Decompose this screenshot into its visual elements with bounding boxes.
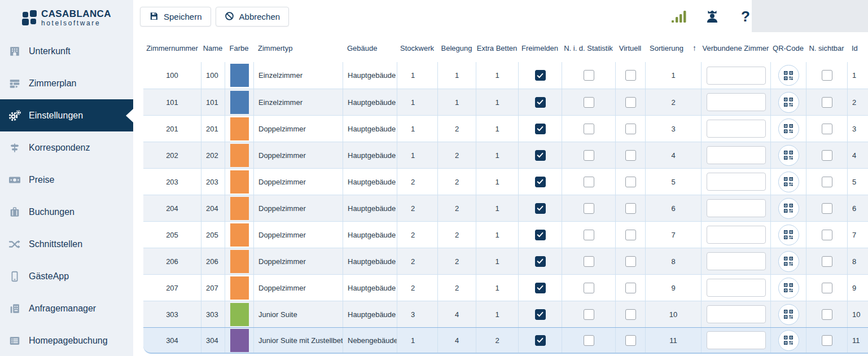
virtuell-checkbox[interactable] (625, 124, 636, 134)
verbundene-zimmer-input[interactable] (707, 146, 766, 164)
sidebar-item-anfragemanager[interactable]: Anfragemanager (0, 292, 133, 324)
n-i-d-statistik-checkbox[interactable] (584, 150, 594, 161)
freimelden-checkbox[interactable] (535, 70, 546, 81)
n-i-d-statistik-checkbox[interactable] (584, 256, 594, 267)
verbundene-zimmer-input[interactable] (707, 279, 766, 297)
virtuell-checkbox[interactable] (625, 283, 636, 293)
freimelden-checkbox[interactable] (535, 309, 546, 320)
n-sichtbar-checkbox[interactable] (822, 124, 832, 134)
column-header-name[interactable]: Name (201, 44, 225, 52)
column-header-gebaeude[interactable]: Gebäude (343, 44, 397, 52)
column-header-freimelden[interactable]: Freimelden (518, 44, 562, 52)
n-sichtbar-checkbox[interactable] (822, 309, 832, 320)
freimelden-checkbox[interactable] (535, 335, 546, 346)
column-header-qr-code[interactable]: QR-Code (770, 44, 806, 52)
stats-icon[interactable] (670, 8, 687, 25)
column-header-extra-betten[interactable]: Extra Betten (476, 44, 518, 52)
color-swatch[interactable] (230, 329, 249, 352)
verbundene-zimmer-input[interactable] (707, 173, 766, 191)
n-i-d-statistik-checkbox[interactable] (584, 335, 594, 346)
column-header-virtuell[interactable]: Virtuell (615, 44, 645, 52)
n-sichtbar-checkbox[interactable] (822, 256, 832, 267)
verbundene-zimmer-input[interactable] (707, 199, 766, 217)
column-header-stockwerk[interactable]: Stockwerk (397, 44, 437, 52)
color-swatch[interactable] (230, 276, 249, 300)
column-header-belegung[interactable]: Belegung (437, 44, 476, 52)
qr-code-button[interactable] (778, 304, 799, 325)
freimelden-checkbox[interactable] (535, 97, 546, 108)
freimelden-checkbox[interactable] (535, 283, 546, 293)
n-i-d-statistik-checkbox[interactable] (584, 230, 594, 240)
n-i-d-statistik-checkbox[interactable] (584, 177, 594, 187)
color-swatch[interactable] (230, 197, 249, 220)
verbundene-zimmer-input[interactable] (707, 252, 766, 270)
virtuell-checkbox[interactable] (625, 335, 636, 346)
virtuell-checkbox[interactable] (625, 309, 636, 320)
column-header-sortierung[interactable]: Sortierung↑ (645, 43, 701, 52)
freimelden-checkbox[interactable] (535, 203, 546, 214)
color-swatch[interactable] (230, 91, 249, 114)
virtuell-checkbox[interactable] (625, 256, 636, 267)
help-icon[interactable]: ? (737, 8, 754, 25)
cancel-button[interactable]: Abbrechen (216, 7, 290, 27)
column-header-zimmernummer[interactable]: Zimmernummer (143, 44, 201, 52)
verbundene-zimmer-input[interactable] (707, 67, 766, 85)
column-header-id[interactable]: Id (847, 44, 868, 52)
sidebar-item-korrespondenz[interactable]: Korrespondenz (0, 131, 133, 164)
freimelden-checkbox[interactable] (535, 150, 546, 161)
color-swatch[interactable] (230, 170, 249, 194)
verbundene-zimmer-input[interactable] (707, 93, 766, 111)
save-button[interactable]: Speichern (140, 7, 211, 27)
virtuell-checkbox[interactable] (625, 177, 636, 187)
color-swatch[interactable] (230, 223, 249, 247)
verbundene-zimmer-input[interactable] (707, 226, 766, 244)
n-sichtbar-checkbox[interactable] (822, 283, 832, 293)
n-i-d-statistik-checkbox[interactable] (584, 124, 594, 134)
qr-code-button[interactable] (778, 172, 799, 192)
freimelden-checkbox[interactable] (535, 230, 546, 240)
sidebar-item-zimmerplan[interactable]: Zimmerplan (0, 67, 133, 99)
sidebar-item-schnittstellen[interactable]: Schnittstellen (0, 228, 133, 260)
color-swatch[interactable] (230, 64, 249, 87)
qr-code-button[interactable] (778, 145, 799, 166)
qr-code-button[interactable] (778, 225, 799, 245)
color-swatch[interactable] (230, 117, 249, 140)
sidebar-item-preise[interactable]: Preise (0, 164, 133, 196)
sidebar-item-unterkunft[interactable]: Unterkunft (0, 35, 133, 67)
column-header-n-i-d-statistik[interactable]: N. i. d. Statistik (562, 44, 615, 52)
qr-code-button[interactable] (778, 251, 799, 272)
column-header-n-sichtbar[interactable]: N. sichtbar (806, 44, 847, 52)
freimelden-checkbox[interactable] (535, 124, 546, 134)
column-header-verbundene-zimmer[interactable]: Verbundene Zimmer (701, 44, 770, 52)
column-header-zimmertyp[interactable]: Zimmertyp (253, 44, 343, 52)
color-swatch[interactable] (230, 250, 249, 273)
qr-code-button[interactable] (778, 330, 799, 351)
qr-code-button[interactable] (778, 198, 799, 219)
n-sichtbar-checkbox[interactable] (822, 70, 832, 81)
color-swatch[interactable] (230, 144, 249, 167)
n-sichtbar-checkbox[interactable] (822, 97, 832, 108)
verbundene-zimmer-input[interactable] (707, 120, 766, 138)
virtuell-checkbox[interactable] (625, 70, 636, 81)
qr-code-button[interactable] (778, 92, 799, 113)
n-i-d-statistik-checkbox[interactable] (584, 70, 594, 81)
color-swatch[interactable] (230, 303, 249, 326)
virtuell-checkbox[interactable] (625, 150, 636, 161)
n-sichtbar-checkbox[interactable] (822, 150, 832, 161)
n-i-d-statistik-checkbox[interactable] (584, 283, 594, 293)
qr-code-button[interactable] (778, 118, 799, 139)
verbundene-zimmer-input[interactable] (707, 331, 766, 349)
n-i-d-statistik-checkbox[interactable] (584, 97, 594, 108)
sidebar-item-einstellungen[interactable]: Einstellungen (0, 99, 133, 131)
virtuell-checkbox[interactable] (625, 230, 636, 240)
sidebar-item-homepagebuchung[interactable]: Homepagebuchung (0, 324, 133, 356)
qr-code-button[interactable] (778, 65, 799, 86)
n-i-d-statistik-checkbox[interactable] (584, 203, 594, 214)
n-sichtbar-checkbox[interactable] (822, 203, 832, 214)
qr-code-button[interactable] (778, 278, 799, 298)
virtuell-checkbox[interactable] (625, 203, 636, 214)
freimelden-checkbox[interactable] (535, 177, 546, 187)
freimelden-checkbox[interactable] (535, 256, 546, 267)
n-sichtbar-checkbox[interactable] (822, 335, 832, 346)
sidebar-item-buchungen[interactable]: Buchungen (0, 196, 133, 228)
